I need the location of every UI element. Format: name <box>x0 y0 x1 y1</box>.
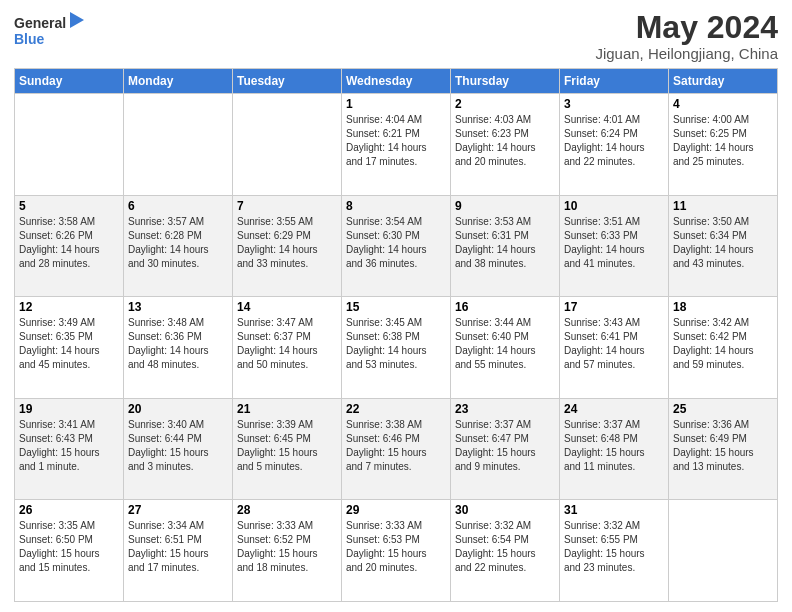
calendar-week-3: 12Sunrise: 3:49 AM Sunset: 6:35 PM Dayli… <box>15 297 778 399</box>
calendar-cell: 28Sunrise: 3:33 AM Sunset: 6:52 PM Dayli… <box>233 500 342 602</box>
calendar-cell: 15Sunrise: 3:45 AM Sunset: 6:38 PM Dayli… <box>342 297 451 399</box>
calendar-cell <box>124 94 233 196</box>
calendar-week-2: 5Sunrise: 3:58 AM Sunset: 6:26 PM Daylig… <box>15 195 778 297</box>
day-number: 26 <box>19 503 119 517</box>
month-title: May 2024 <box>595 10 778 45</box>
day-info: Sunrise: 4:04 AM Sunset: 6:21 PM Dayligh… <box>346 113 446 169</box>
col-saturday: Saturday <box>669 69 778 94</box>
col-sunday: Sunday <box>15 69 124 94</box>
col-wednesday: Wednesday <box>342 69 451 94</box>
day-number: 30 <box>455 503 555 517</box>
calendar-cell: 11Sunrise: 3:50 AM Sunset: 6:34 PM Dayli… <box>669 195 778 297</box>
calendar-cell: 4Sunrise: 4:00 AM Sunset: 6:25 PM Daylig… <box>669 94 778 196</box>
calendar-week-5: 26Sunrise: 3:35 AM Sunset: 6:50 PM Dayli… <box>15 500 778 602</box>
calendar-cell: 9Sunrise: 3:53 AM Sunset: 6:31 PM Daylig… <box>451 195 560 297</box>
day-number: 25 <box>673 402 773 416</box>
day-number: 13 <box>128 300 228 314</box>
calendar-cell: 27Sunrise: 3:34 AM Sunset: 6:51 PM Dayli… <box>124 500 233 602</box>
calendar-cell: 14Sunrise: 3:47 AM Sunset: 6:37 PM Dayli… <box>233 297 342 399</box>
calendar-cell: 26Sunrise: 3:35 AM Sunset: 6:50 PM Dayli… <box>15 500 124 602</box>
title-area: May 2024 Jiguan, Heilongjiang, China <box>595 10 778 62</box>
col-friday: Friday <box>560 69 669 94</box>
calendar-cell <box>669 500 778 602</box>
day-number: 11 <box>673 199 773 213</box>
calendar-cell <box>233 94 342 196</box>
day-info: Sunrise: 4:01 AM Sunset: 6:24 PM Dayligh… <box>564 113 664 169</box>
day-number: 22 <box>346 402 446 416</box>
day-info: Sunrise: 3:43 AM Sunset: 6:41 PM Dayligh… <box>564 316 664 372</box>
day-number: 1 <box>346 97 446 111</box>
calendar-cell: 16Sunrise: 3:44 AM Sunset: 6:40 PM Dayli… <box>451 297 560 399</box>
col-thursday: Thursday <box>451 69 560 94</box>
day-info: Sunrise: 3:58 AM Sunset: 6:26 PM Dayligh… <box>19 215 119 271</box>
svg-text:General: General <box>14 15 66 31</box>
day-info: Sunrise: 3:53 AM Sunset: 6:31 PM Dayligh… <box>455 215 555 271</box>
day-info: Sunrise: 3:35 AM Sunset: 6:50 PM Dayligh… <box>19 519 119 575</box>
calendar-cell <box>15 94 124 196</box>
calendar-cell: 5Sunrise: 3:58 AM Sunset: 6:26 PM Daylig… <box>15 195 124 297</box>
day-number: 14 <box>237 300 337 314</box>
calendar-week-1: 1Sunrise: 4:04 AM Sunset: 6:21 PM Daylig… <box>15 94 778 196</box>
calendar-cell: 8Sunrise: 3:54 AM Sunset: 6:30 PM Daylig… <box>342 195 451 297</box>
day-info: Sunrise: 3:39 AM Sunset: 6:45 PM Dayligh… <box>237 418 337 474</box>
calendar-week-4: 19Sunrise: 3:41 AM Sunset: 6:43 PM Dayli… <box>15 398 778 500</box>
calendar-cell: 1Sunrise: 4:04 AM Sunset: 6:21 PM Daylig… <box>342 94 451 196</box>
calendar-cell: 13Sunrise: 3:48 AM Sunset: 6:36 PM Dayli… <box>124 297 233 399</box>
day-info: Sunrise: 3:42 AM Sunset: 6:42 PM Dayligh… <box>673 316 773 372</box>
calendar-header-row: Sunday Monday Tuesday Wednesday Thursday… <box>15 69 778 94</box>
day-number: 31 <box>564 503 664 517</box>
day-number: 6 <box>128 199 228 213</box>
day-info: Sunrise: 3:33 AM Sunset: 6:52 PM Dayligh… <box>237 519 337 575</box>
day-number: 3 <box>564 97 664 111</box>
day-info: Sunrise: 3:48 AM Sunset: 6:36 PM Dayligh… <box>128 316 228 372</box>
day-info: Sunrise: 3:37 AM Sunset: 6:47 PM Dayligh… <box>455 418 555 474</box>
calendar-cell: 19Sunrise: 3:41 AM Sunset: 6:43 PM Dayli… <box>15 398 124 500</box>
day-number: 7 <box>237 199 337 213</box>
calendar-cell: 12Sunrise: 3:49 AM Sunset: 6:35 PM Dayli… <box>15 297 124 399</box>
calendar-cell: 31Sunrise: 3:32 AM Sunset: 6:55 PM Dayli… <box>560 500 669 602</box>
calendar-cell: 2Sunrise: 4:03 AM Sunset: 6:23 PM Daylig… <box>451 94 560 196</box>
day-info: Sunrise: 3:51 AM Sunset: 6:33 PM Dayligh… <box>564 215 664 271</box>
calendar-cell: 3Sunrise: 4:01 AM Sunset: 6:24 PM Daylig… <box>560 94 669 196</box>
day-info: Sunrise: 4:00 AM Sunset: 6:25 PM Dayligh… <box>673 113 773 169</box>
day-info: Sunrise: 3:54 AM Sunset: 6:30 PM Dayligh… <box>346 215 446 271</box>
calendar-cell: 25Sunrise: 3:36 AM Sunset: 6:49 PM Dayli… <box>669 398 778 500</box>
col-tuesday: Tuesday <box>233 69 342 94</box>
calendar-cell: 30Sunrise: 3:32 AM Sunset: 6:54 PM Dayli… <box>451 500 560 602</box>
day-info: Sunrise: 3:34 AM Sunset: 6:51 PM Dayligh… <box>128 519 228 575</box>
day-number: 18 <box>673 300 773 314</box>
day-number: 29 <box>346 503 446 517</box>
day-info: Sunrise: 3:37 AM Sunset: 6:48 PM Dayligh… <box>564 418 664 474</box>
day-info: Sunrise: 3:57 AM Sunset: 6:28 PM Dayligh… <box>128 215 228 271</box>
day-number: 23 <box>455 402 555 416</box>
calendar-cell: 22Sunrise: 3:38 AM Sunset: 6:46 PM Dayli… <box>342 398 451 500</box>
calendar-cell: 7Sunrise: 3:55 AM Sunset: 6:29 PM Daylig… <box>233 195 342 297</box>
calendar-cell: 24Sunrise: 3:37 AM Sunset: 6:48 PM Dayli… <box>560 398 669 500</box>
day-number: 2 <box>455 97 555 111</box>
logo: General Blue <box>14 10 84 56</box>
day-info: Sunrise: 3:32 AM Sunset: 6:54 PM Dayligh… <box>455 519 555 575</box>
day-info: Sunrise: 3:41 AM Sunset: 6:43 PM Dayligh… <box>19 418 119 474</box>
day-number: 16 <box>455 300 555 314</box>
calendar-cell: 6Sunrise: 3:57 AM Sunset: 6:28 PM Daylig… <box>124 195 233 297</box>
day-number: 17 <box>564 300 664 314</box>
day-info: Sunrise: 3:44 AM Sunset: 6:40 PM Dayligh… <box>455 316 555 372</box>
location-title: Jiguan, Heilongjiang, China <box>595 45 778 62</box>
day-number: 15 <box>346 300 446 314</box>
day-number: 20 <box>128 402 228 416</box>
day-number: 9 <box>455 199 555 213</box>
day-info: Sunrise: 3:40 AM Sunset: 6:44 PM Dayligh… <box>128 418 228 474</box>
header: General Blue May 2024 Jiguan, Heilongjia… <box>14 10 778 62</box>
day-info: Sunrise: 3:49 AM Sunset: 6:35 PM Dayligh… <box>19 316 119 372</box>
calendar-cell: 21Sunrise: 3:39 AM Sunset: 6:45 PM Dayli… <box>233 398 342 500</box>
day-info: Sunrise: 3:38 AM Sunset: 6:46 PM Dayligh… <box>346 418 446 474</box>
day-info: Sunrise: 3:32 AM Sunset: 6:55 PM Dayligh… <box>564 519 664 575</box>
svg-text:Blue: Blue <box>14 31 45 47</box>
day-number: 28 <box>237 503 337 517</box>
calendar-table: Sunday Monday Tuesday Wednesday Thursday… <box>14 68 778 602</box>
day-number: 27 <box>128 503 228 517</box>
day-number: 12 <box>19 300 119 314</box>
day-number: 10 <box>564 199 664 213</box>
day-number: 24 <box>564 402 664 416</box>
day-info: Sunrise: 3:33 AM Sunset: 6:53 PM Dayligh… <box>346 519 446 575</box>
